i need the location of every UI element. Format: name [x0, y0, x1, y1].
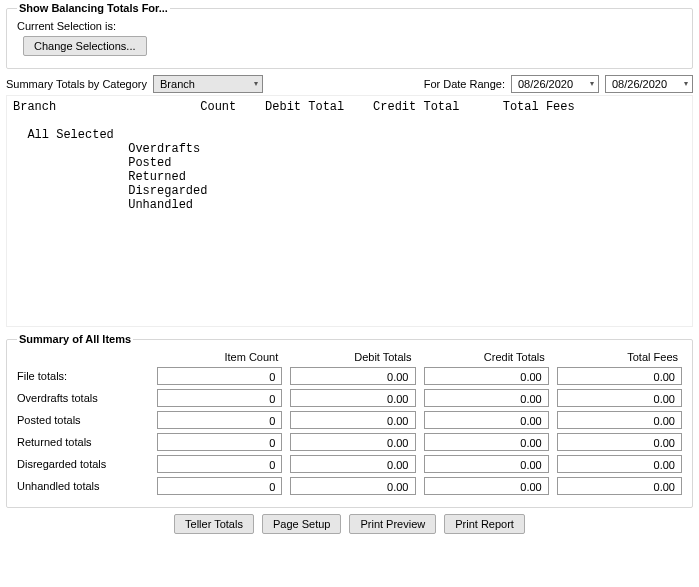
- summary-value: 0.00: [424, 367, 549, 385]
- summary-value: 0.00: [290, 389, 415, 407]
- date-from-picker[interactable]: 08/26/2020 ▾: [511, 75, 599, 93]
- category-combo[interactable]: Branch ▾: [153, 75, 263, 93]
- summary-header-credit-totals: Credit Totals: [424, 351, 549, 363]
- summary-value: 0.00: [290, 455, 415, 473]
- report-all-selected: All Selected: [13, 128, 114, 142]
- date-to-picker[interactable]: 08/26/2020 ▾: [605, 75, 693, 93]
- page-setup-button[interactable]: Page Setup: [262, 514, 342, 534]
- summary-value: 0.00: [424, 433, 549, 451]
- show-balancing-totals-legend: Show Balancing Totals For...: [17, 2, 170, 14]
- chevron-down-icon: ▾: [684, 80, 688, 88]
- summary-value: 0.00: [557, 411, 682, 429]
- summary-value: 0.00: [424, 389, 549, 407]
- print-report-button[interactable]: Print Report: [444, 514, 525, 534]
- summary-row-label: Unhandled totals: [17, 480, 149, 492]
- summary-value: 0.00: [424, 477, 549, 495]
- teller-totals-button[interactable]: Teller Totals: [174, 514, 254, 534]
- summary-value: 0.00: [557, 389, 682, 407]
- summary-value: 0.00: [290, 433, 415, 451]
- report-line: Overdrafts: [13, 142, 200, 156]
- report-line: Disregarded: [13, 184, 207, 198]
- summary-row-label: File totals:: [17, 370, 149, 382]
- show-balancing-totals-group: Show Balancing Totals For... Current Sel…: [6, 2, 693, 69]
- summary-header-total-fees: Total Fees: [557, 351, 682, 363]
- report-area-wrap: Branch Count Debit Total Credit Total To…: [6, 95, 693, 327]
- summary-value: 0.00: [557, 433, 682, 451]
- summary-row-label: Posted totals: [17, 414, 149, 426]
- category-combo-value: Branch: [160, 78, 195, 90]
- summary-value: 0.00: [290, 367, 415, 385]
- summary-totals-by-category-label: Summary Totals by Category: [6, 78, 147, 90]
- summary-value: 0.00: [424, 411, 549, 429]
- summary-value: 0: [157, 411, 282, 429]
- summary-row-label: Disregarded totals: [17, 458, 149, 470]
- summary-of-all-items-legend: Summary of All Items: [17, 333, 133, 345]
- report-header: Branch Count Debit Total Credit Total To…: [13, 100, 575, 114]
- summary-value: 0.00: [290, 477, 415, 495]
- summary-value: 0.00: [557, 367, 682, 385]
- chevron-down-icon: ▾: [254, 80, 258, 88]
- change-selections-button[interactable]: Change Selections...: [23, 36, 147, 56]
- filter-row: Summary Totals by Category Branch ▾ For …: [6, 75, 693, 93]
- summary-row-label: Returned totals: [17, 436, 149, 448]
- summary-value: 0.00: [424, 455, 549, 473]
- summary-value: 0: [157, 477, 282, 495]
- date-from-value: 08/26/2020: [518, 78, 573, 90]
- summary-grid: Item Count Debit Totals Credit Totals To…: [17, 351, 682, 495]
- summary-value: 0.00: [557, 477, 682, 495]
- summary-value: 0: [157, 433, 282, 451]
- print-preview-button[interactable]: Print Preview: [349, 514, 436, 534]
- summary-value: 0: [157, 389, 282, 407]
- date-to-value: 08/26/2020: [612, 78, 667, 90]
- summary-value: 0: [157, 367, 282, 385]
- report-line: Unhandled: [13, 198, 193, 212]
- report-line: Returned: [13, 170, 186, 184]
- bottom-button-bar: Teller Totals Page Setup Print Preview P…: [6, 514, 693, 534]
- summary-header-item-count: Item Count: [157, 351, 282, 363]
- summary-value: 0.00: [557, 455, 682, 473]
- for-date-range-label: For Date Range:: [424, 78, 505, 90]
- report-area[interactable]: Branch Count Debit Total Credit Total To…: [6, 95, 693, 327]
- current-selection-label: Current Selection is:: [17, 20, 116, 32]
- summary-value: 0: [157, 455, 282, 473]
- summary-of-all-items-group: Summary of All Items Item Count Debit To…: [6, 333, 693, 508]
- chevron-down-icon: ▾: [590, 80, 594, 88]
- summary-header-debit-totals: Debit Totals: [290, 351, 415, 363]
- report-line: Posted: [13, 156, 171, 170]
- summary-value: 0.00: [290, 411, 415, 429]
- summary-row-label: Overdrafts totals: [17, 392, 149, 404]
